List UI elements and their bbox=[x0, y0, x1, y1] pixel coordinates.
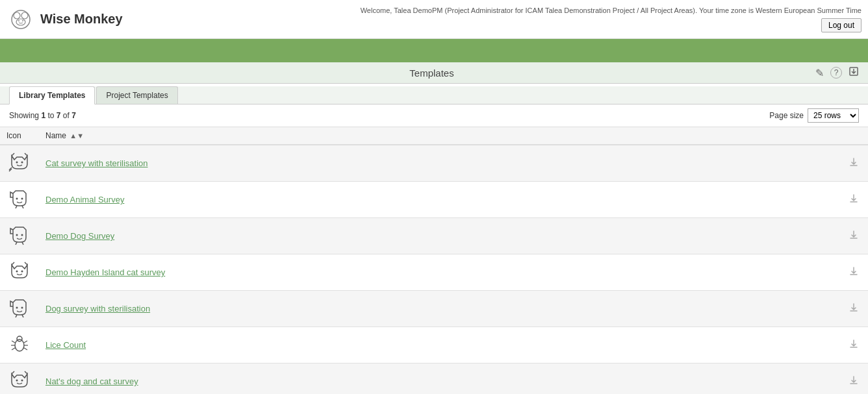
row-download-cell bbox=[842, 291, 868, 327]
main-content: Icon Name ▲▼ bbox=[0, 127, 868, 394]
page-size-label: Page size bbox=[769, 111, 804, 120]
showing-text: Showing 1 to 7 of 7 bbox=[9, 111, 76, 120]
edit-icon[interactable]: ✎ bbox=[815, 67, 824, 79]
help-icon[interactable]: ? bbox=[830, 67, 842, 79]
download-icon[interactable] bbox=[849, 340, 859, 351]
row-icon-cell bbox=[0, 218, 39, 254]
row-name-cell: Cat survey with sterilisation bbox=[39, 145, 842, 182]
svg-point-2 bbox=[21, 12, 28, 19]
title-bar: Templates ✎ ? bbox=[0, 62, 868, 84]
download-icon[interactable] bbox=[849, 304, 859, 315]
row-name-cell: Demo Animal Survey bbox=[39, 182, 842, 218]
svg-point-10 bbox=[21, 162, 23, 164]
template-link[interactable]: Demo Dog Survey bbox=[45, 231, 114, 241]
template-link[interactable]: Dog survey with sterilisation bbox=[45, 304, 150, 314]
table-row: Demo Animal Survey bbox=[0, 182, 868, 218]
col-name sort[interactable]: Name ▲▼ bbox=[39, 127, 842, 145]
templates-table: Icon Name ▲▼ bbox=[0, 127, 868, 394]
template-link[interactable]: Nat's dog and cat survey bbox=[45, 376, 138, 386]
logo-area: Wise Monkey bbox=[6, 5, 123, 34]
svg-line-21 bbox=[12, 262, 14, 265]
row-name-cell: Lice Count bbox=[39, 327, 842, 363]
svg-point-3 bbox=[16, 19, 25, 25]
svg-point-24 bbox=[21, 271, 23, 273]
animal-icon-dog3 bbox=[8, 296, 31, 319]
tab-project-templates[interactable]: Project Templates bbox=[96, 86, 177, 104]
export-icon[interactable] bbox=[849, 66, 859, 79]
svg-line-37 bbox=[12, 371, 14, 374]
svg-line-15 bbox=[16, 206, 17, 208]
animal-icon-dog bbox=[8, 187, 31, 210]
toolbar: Showing 1 to 7 of 7 Page size 25 rows 50… bbox=[0, 105, 868, 127]
tab-library-templates[interactable]: Library Templates bbox=[9, 86, 95, 105]
page-size-select[interactable]: 25 rows 50 rows 100 rows bbox=[808, 108, 859, 123]
col-icon: Icon bbox=[0, 127, 39, 145]
logo-text: Wise Monkey bbox=[40, 12, 123, 27]
row-icon-cell bbox=[0, 327, 39, 363]
svg-line-16 bbox=[22, 206, 23, 208]
row-icon-cell bbox=[0, 254, 39, 291]
table-body: Cat survey with sterilisation bbox=[0, 145, 868, 394]
download-icon[interactable] bbox=[849, 195, 859, 206]
svg-line-19 bbox=[16, 242, 17, 245]
svg-point-40 bbox=[21, 380, 23, 382]
svg-line-20 bbox=[22, 242, 23, 245]
download-icon[interactable] bbox=[849, 376, 859, 388]
template-link[interactable]: Cat survey with sterilisation bbox=[45, 158, 148, 168]
table-header-row: Icon Name ▲▼ bbox=[0, 127, 868, 145]
download-icon[interactable] bbox=[849, 267, 859, 278]
animal-icon-dog2 bbox=[8, 223, 31, 247]
svg-point-4 bbox=[18, 20, 19, 21]
header-right: Welcome, Talea DemoPM (Project Administr… bbox=[361, 6, 862, 32]
download-icon[interactable] bbox=[849, 231, 859, 242]
col-actions bbox=[842, 127, 868, 145]
table-row: Demo Hayden Island cat survey bbox=[0, 254, 868, 291]
row-icon-cell bbox=[0, 291, 39, 327]
table-row: Dog survey with sterilisation bbox=[0, 291, 868, 327]
green-banner bbox=[0, 39, 868, 62]
welcome-text: Welcome, Talea DemoPM (Project Administr… bbox=[361, 6, 862, 14]
svg-point-1 bbox=[14, 12, 20, 19]
table-row: Nat's dog and cat survey bbox=[0, 363, 868, 395]
svg-point-39 bbox=[16, 380, 18, 382]
row-name-cell: Dog survey with sterilisation bbox=[39, 291, 842, 327]
row-download-cell bbox=[842, 182, 868, 218]
svg-point-13 bbox=[16, 198, 18, 200]
table-row: Demo Dog Survey bbox=[0, 218, 868, 254]
template-link[interactable]: Demo Animal Survey bbox=[45, 195, 124, 204]
animal-icon-cat-dog bbox=[8, 369, 31, 392]
animal-icon-cat bbox=[8, 151, 31, 174]
template-link[interactable]: Lice Count bbox=[45, 340, 86, 350]
svg-line-33 bbox=[12, 348, 15, 350]
template-link[interactable]: Demo Hayden Island cat survey bbox=[45, 267, 165, 277]
svg-point-17 bbox=[16, 234, 18, 236]
table-row: Lice Count bbox=[0, 327, 868, 363]
svg-line-22 bbox=[25, 262, 27, 265]
svg-point-25 bbox=[16, 307, 18, 309]
table-row: Cat survey with sterilisation bbox=[0, 145, 868, 182]
row-icon-cell bbox=[0, 182, 39, 218]
row-download-cell bbox=[842, 327, 868, 363]
row-download-cell bbox=[842, 254, 868, 291]
download-icon[interactable] bbox=[849, 158, 859, 169]
page-size-area: Page size 25 rows 50 rows 100 rows bbox=[769, 108, 859, 123]
page-title: Templates bbox=[48, 68, 815, 79]
svg-line-31 bbox=[12, 341, 15, 343]
svg-line-38 bbox=[25, 371, 27, 374]
logout-button[interactable]: Log out bbox=[821, 18, 862, 32]
animal-icon-bug bbox=[8, 332, 31, 356]
svg-line-28 bbox=[22, 315, 23, 317]
tabs-container: Library Templates Project Templates bbox=[0, 86, 868, 105]
svg-point-23 bbox=[16, 271, 18, 273]
row-download-cell bbox=[842, 145, 868, 182]
animal-icon-cat2 bbox=[8, 260, 31, 283]
svg-point-18 bbox=[21, 234, 23, 236]
row-icon-cell bbox=[0, 363, 39, 395]
logo-icon bbox=[6, 5, 35, 34]
sort-arrows-icon: ▲▼ bbox=[70, 132, 84, 140]
svg-line-7 bbox=[12, 153, 14, 156]
svg-line-36 bbox=[24, 348, 27, 350]
row-name-cell: Demo Hayden Island cat survey bbox=[39, 254, 842, 291]
svg-line-27 bbox=[16, 315, 17, 317]
svg-line-8 bbox=[25, 153, 27, 156]
